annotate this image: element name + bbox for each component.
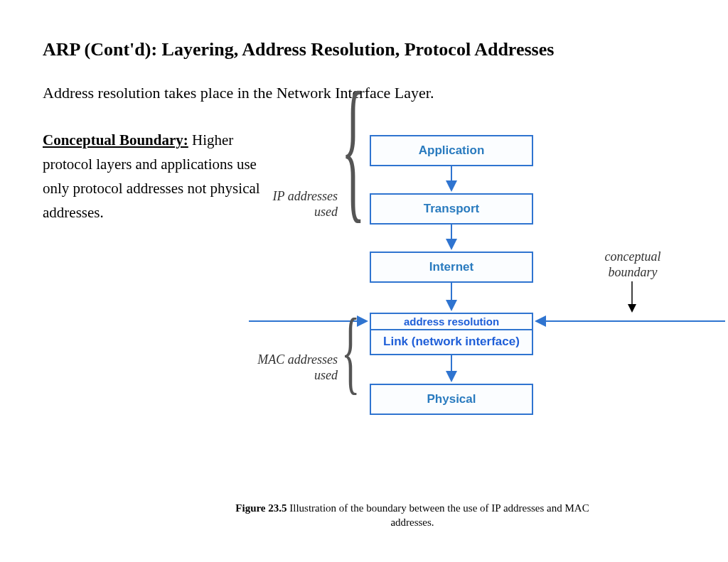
layer-diagram: Application Transport Internet address r…: [263, 128, 725, 462]
layer-application-label: Application: [419, 144, 485, 157]
boundary-paragraph: Conceptual Boundary: Higher protocol lay…: [43, 128, 270, 225]
annotation-mac-line2: used: [314, 368, 338, 382]
annotation-mac-used: MAC addresses used: [245, 352, 338, 383]
annotation-ip-line1: IP addresses: [273, 189, 338, 203]
layer-transport-label: Transport: [424, 202, 479, 215]
brace-ip: {: [341, 58, 365, 240]
layer-internet: Internet: [370, 252, 533, 283]
annotation-boundary-line2: boundary: [609, 265, 658, 279]
layer-physical-label: Physical: [427, 392, 476, 406]
annotation-ip-used: IP addresses used: [259, 188, 338, 220]
arrow-link-physical: [445, 355, 458, 384]
annotation-boundary: conceptual boundary: [597, 249, 668, 280]
subtitle: Address resolution takes place in the Ne…: [43, 84, 434, 102]
page-title: ARP (Cont'd): Layering, Address Resoluti…: [43, 39, 554, 60]
arrow-internet-link: [445, 283, 458, 313]
arrow-boundary-down: [626, 281, 638, 315]
arrow-app-transport: [445, 166, 458, 193]
layer-addr-res-label: address resolution: [371, 314, 532, 330]
annotation-ip-line2: used: [314, 205, 338, 219]
annotation-boundary-line1: conceptual: [605, 249, 661, 264]
page: ARP (Cont'd): Layering, Address Resoluti…: [0, 0, 728, 562]
layer-link: address resolution Link (network interfa…: [370, 313, 533, 355]
arrow-right-to-addrres: [535, 315, 725, 327]
layer-application: Application: [370, 135, 533, 166]
arrow-transport-internet: [445, 225, 458, 252]
layer-internet-label: Internet: [429, 260, 473, 274]
figure-number: Figure 23.5: [235, 502, 287, 514]
boundary-lead: Conceptual Boundary:: [43, 131, 188, 148]
layer-link-label: Link (network interface): [371, 330, 532, 353]
brace-mac: {: [341, 297, 360, 404]
layer-transport: Transport: [370, 193, 533, 225]
figure-caption: Figure 23.5 Illustration of the boundary…: [213, 501, 611, 529]
annotation-mac-line1: MAC addresses: [257, 352, 338, 367]
figure-text: Illustration of the boundary between the…: [287, 502, 589, 528]
layer-physical: Physical: [370, 384, 533, 415]
